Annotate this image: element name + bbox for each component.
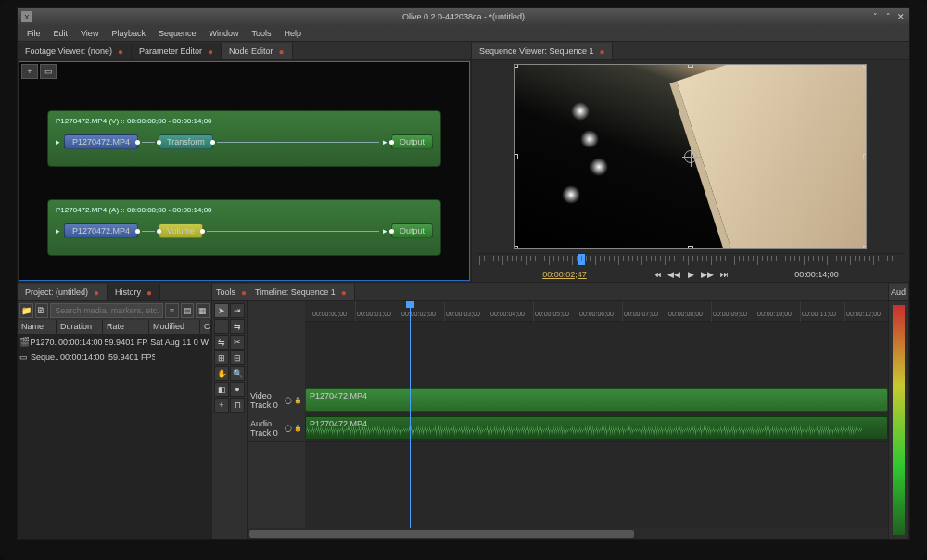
rolling-tool[interactable]: ⇋ bbox=[214, 335, 229, 350]
view-grid-button[interactable]: ▦ bbox=[196, 303, 210, 318]
track-header-audio[interactable]: Audio Track 0 ◯ 🔒 bbox=[248, 414, 305, 442]
close-icon[interactable]: ● bbox=[208, 46, 213, 57]
col-modified[interactable]: Modified bbox=[149, 320, 200, 334]
node-media[interactable]: P1270472.MP4 bbox=[64, 223, 138, 238]
resize-handle[interactable] bbox=[514, 246, 518, 249]
menu-tools[interactable]: Tools bbox=[246, 27, 276, 40]
step-back-button[interactable]: ◀◀ bbox=[667, 268, 681, 281]
nav-up-button[interactable]: 🖹 bbox=[35, 303, 49, 318]
menu-playback[interactable]: Playback bbox=[106, 27, 151, 40]
node-view-button[interactable]: ▭ bbox=[40, 64, 57, 79]
tab-audio-monitor[interactable]: Aud bbox=[889, 284, 908, 300]
timeline-scrollbar[interactable] bbox=[248, 528, 888, 539]
goto-end-button[interactable]: ⏭ bbox=[717, 268, 731, 281]
node-output[interactable]: Output bbox=[391, 223, 433, 238]
maximize-button[interactable]: ˄ bbox=[883, 12, 893, 21]
node-transform[interactable]: Transform bbox=[159, 134, 213, 149]
resize-handle[interactable] bbox=[863, 246, 867, 249]
project-list[interactable]: 🎬 P1270... 00:00:14:00 59.9401 FPS Sat A… bbox=[18, 335, 211, 539]
audio-track[interactable]: P1270472.MP4 bbox=[305, 414, 888, 442]
track-select-tool[interactable]: ⇥ bbox=[230, 303, 245, 318]
tab-project[interactable]: Project: (untitled)● bbox=[18, 284, 108, 300]
view-list-button[interactable]: ≡ bbox=[165, 303, 179, 318]
tab-footage-viewer[interactable]: Footage Viewer: (none)● bbox=[18, 43, 132, 59]
play-button[interactable]: ▶ bbox=[683, 268, 698, 281]
edit-tool[interactable]: Ｉ bbox=[214, 319, 229, 334]
current-timecode[interactable]: 00:00:02;47 bbox=[479, 270, 650, 279]
zoom-tool[interactable]: 🔍 bbox=[230, 366, 245, 381]
add-node-button[interactable]: + bbox=[21, 64, 38, 79]
viewer-ruler[interactable] bbox=[476, 253, 906, 266]
menu-help[interactable]: Help bbox=[279, 27, 308, 40]
ripple-tool[interactable]: ⇆ bbox=[230, 319, 245, 334]
slip-tool[interactable]: ⊞ bbox=[214, 350, 229, 365]
node-editor-canvas[interactable]: + ▭ P1270472.MP4 (V) :: 00:00:00;00 - 00… bbox=[19, 61, 470, 281]
col-duration[interactable]: Duration bbox=[57, 320, 103, 334]
timeline-canvas[interactable]: 00:00:00;0000:00:01;0000:00:02;0000:00:0… bbox=[305, 301, 888, 528]
minimize-button[interactable]: ˅ bbox=[870, 12, 880, 21]
tab-tools[interactable]: Tools● bbox=[212, 284, 251, 300]
resize-handle[interactable] bbox=[688, 246, 693, 249]
tab-history[interactable]: History● bbox=[108, 284, 160, 300]
view-tree-button[interactable]: ▤ bbox=[181, 303, 195, 318]
close-icon[interactable]: ● bbox=[599, 46, 604, 57]
close-icon[interactable]: ● bbox=[341, 287, 347, 298]
menu-window[interactable]: Window bbox=[203, 27, 244, 40]
list-item[interactable]: 🎬 P1270... 00:00:14:00 59.9401 FPS Sat A… bbox=[18, 335, 211, 350]
hand-tool[interactable]: ✋ bbox=[214, 366, 229, 381]
close-icon[interactable]: ● bbox=[118, 46, 123, 57]
node-group-audio[interactable]: P1270472.MP4 (A) :: 00:00:00;00 - 00:00:… bbox=[47, 199, 441, 256]
lock-icon[interactable]: 🔒 bbox=[294, 396, 302, 405]
mute-icon[interactable]: ◯ bbox=[285, 396, 292, 405]
razor-tool[interactable]: ✂ bbox=[230, 335, 245, 350]
node-volume[interactable]: Volume bbox=[159, 223, 203, 238]
step-forward-button[interactable]: ▶▶ bbox=[700, 268, 715, 281]
sequence-viewer[interactable] bbox=[472, 60, 909, 253]
search-input[interactable] bbox=[50, 303, 163, 318]
resize-handle[interactable] bbox=[688, 64, 693, 68]
titlebar[interactable]: X Olive 0.2.0-442038ca - *(untitled) ˅ ˄… bbox=[18, 8, 909, 25]
menu-sequence[interactable]: Sequence bbox=[153, 27, 202, 40]
col-rate[interactable]: Rate bbox=[103, 320, 149, 334]
menu-edit[interactable]: Edit bbox=[48, 27, 74, 40]
node-group-video[interactable]: P1270472.MP4 (V) :: 00:00:00;00 - 00:00:… bbox=[47, 110, 441, 167]
video-track[interactable]: P1270472.MP4 bbox=[305, 387, 888, 414]
timeline-ruler[interactable]: 00:00:00;0000:00:01;0000:00:02;0000:00:0… bbox=[305, 301, 888, 322]
close-icon[interactable]: ● bbox=[94, 287, 99, 298]
audio-clip[interactable]: P1270472.MP4 bbox=[305, 416, 888, 439]
menu-view[interactable]: View bbox=[75, 27, 104, 40]
transition-tool[interactable]: ◧ bbox=[214, 382, 229, 397]
add-tool[interactable]: + bbox=[214, 398, 229, 413]
viewer-frame[interactable] bbox=[514, 64, 867, 249]
video-clip[interactable]: P1270472.MP4 bbox=[305, 388, 888, 412]
resize-handle[interactable] bbox=[863, 64, 867, 68]
col-c[interactable]: C bbox=[200, 320, 211, 334]
mute-icon[interactable]: ◯ bbox=[285, 424, 292, 433]
tab-node-editor[interactable]: Node Editor● bbox=[222, 43, 293, 59]
menu-file[interactable]: File bbox=[21, 27, 46, 40]
track-header-video[interactable]: Video Track 0 ◯ 🔒 bbox=[248, 387, 305, 414]
snap-toggle[interactable]: ⊓ bbox=[230, 398, 245, 413]
resize-handle[interactable] bbox=[863, 154, 867, 159]
resize-handle[interactable] bbox=[514, 64, 518, 68]
close-button[interactable]: ✕ bbox=[896, 12, 906, 21]
close-icon[interactable]: ● bbox=[279, 46, 285, 57]
close-icon[interactable]: ● bbox=[241, 287, 247, 298]
tab-parameter-editor[interactable]: Parameter Editor● bbox=[132, 43, 222, 59]
goto-start-button[interactable]: ⏮ bbox=[650, 268, 665, 281]
col-name[interactable]: Name bbox=[18, 320, 57, 334]
playhead[interactable] bbox=[410, 301, 411, 528]
node-output[interactable]: Output bbox=[391, 134, 433, 149]
scrollbar-thumb[interactable] bbox=[249, 530, 634, 538]
resize-handle[interactable] bbox=[514, 154, 518, 159]
tab-sequence-viewer[interactable]: Sequence Viewer: Sequence 1● bbox=[472, 43, 613, 59]
node-media[interactable]: P1270472.MP4 bbox=[64, 134, 138, 149]
lock-icon[interactable]: 🔒 bbox=[294, 424, 302, 433]
tab-timeline[interactable]: Timeline: Sequence 1● bbox=[248, 284, 355, 300]
list-item[interactable]: ▭ Seque... 00:00:14:00 59.9401 FPS bbox=[18, 350, 211, 364]
record-tool[interactable]: ● bbox=[230, 382, 245, 397]
pointer-tool[interactable]: ➤ bbox=[214, 303, 229, 318]
close-icon[interactable]: ● bbox=[146, 287, 152, 298]
new-folder-button[interactable]: 📁 bbox=[19, 303, 33, 318]
slide-tool[interactable]: ⊟ bbox=[230, 350, 245, 365]
